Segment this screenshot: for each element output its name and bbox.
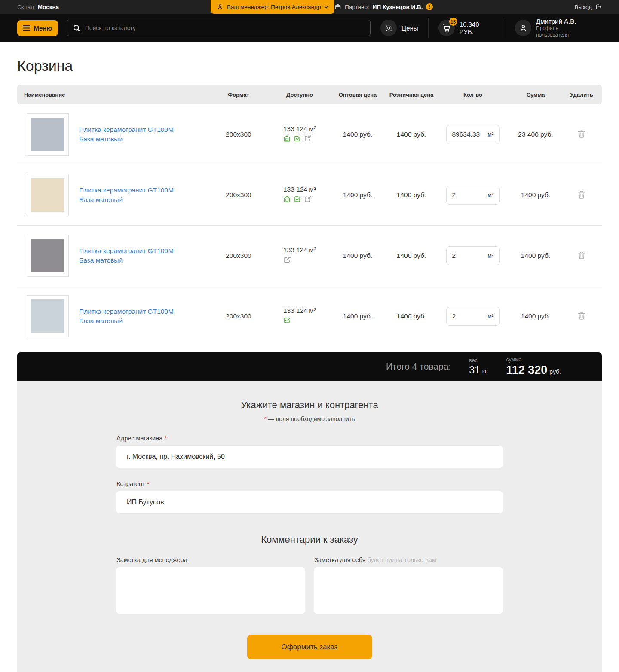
wholesale-price-cell: 1400 руб.	[328, 191, 387, 199]
col-header-delete: Удалить	[561, 92, 602, 98]
search-bar[interactable]	[67, 20, 371, 36]
address-input[interactable]	[116, 446, 503, 468]
product-image	[31, 118, 64, 151]
prices-button[interactable]: Цены	[371, 20, 428, 36]
user-name: Дмитрий А.В.	[536, 18, 592, 26]
product-link[interactable]: Плитка керамогранит GT100M База матовый	[79, 246, 189, 266]
briefcase-icon	[334, 3, 341, 10]
checkout-title: Укажите магазин и контрагента	[116, 400, 503, 411]
quantity-input-box[interactable]: м²	[446, 307, 500, 326]
quantity-input-box[interactable]: м²	[446, 186, 500, 205]
warehouse-availability-icon	[283, 195, 291, 203]
manager-note-label: Заметка для менеджера	[116, 556, 305, 563]
sum-cell: 1400 руб.	[510, 191, 561, 199]
required-asterisk: *	[264, 415, 266, 422]
profile-button[interactable]: Дмитрий А.В. Профиль пользователя	[505, 18, 602, 39]
weight-label: вес	[469, 358, 488, 363]
top-utility-bar: Склад: Москва Ваш менеджер: Петров Алекс…	[0, 0, 619, 14]
manager-button-label: Ваш менеджер: Петров Александр	[227, 4, 321, 10]
quantity-input[interactable]	[452, 312, 484, 320]
availability-cell: 133 124 м²	[283, 246, 316, 263]
format-cell: 200x300	[206, 312, 271, 320]
counterparty-required-asterisk: *	[147, 480, 150, 487]
retail-price-cell: 1400 руб.	[387, 131, 436, 138]
cart-icon	[442, 23, 451, 33]
quantity-input-box[interactable]: м²	[446, 125, 500, 144]
col-header-available: Доступно	[271, 92, 328, 98]
address-required-asterisk: *	[164, 435, 167, 442]
wholesale-price-cell: 1400 руб.	[328, 131, 387, 138]
self-note-hint: будет видна только вам	[368, 556, 436, 563]
trash-icon	[577, 129, 586, 139]
col-header-name: Наименование	[17, 92, 206, 98]
gear-icon	[384, 24, 393, 33]
product-link[interactable]: Плитка керамогранит GT100M База матовый	[79, 307, 189, 326]
cart-total: 16.340 РУБ.	[460, 21, 495, 35]
format-cell: 200x300	[206, 252, 271, 260]
summary-total-label: Итого 4 товара:	[386, 361, 451, 372]
cart-button[interactable]: 15 16.340 РУБ.	[429, 20, 505, 36]
cart-badge: 15	[449, 18, 457, 26]
quantity-input[interactable]	[452, 191, 484, 199]
transit-availability-icon	[304, 135, 311, 142]
counterparty-label: Котрагент *	[116, 480, 503, 487]
product-thumbnail	[27, 235, 69, 277]
format-cell: 200x300	[206, 191, 271, 199]
col-header-wholesale: Оптовая цена	[328, 92, 387, 98]
manager-note-textarea[interactable]	[116, 567, 305, 614]
user-icon-circle	[515, 20, 531, 36]
col-header-qty: Кол-во	[436, 92, 510, 98]
table-row: Плитка керамогранит GT100M База матовый …	[17, 165, 602, 226]
product-thumbnail	[27, 295, 69, 337]
quantity-input-box[interactable]: м²	[446, 246, 500, 265]
logout-button[interactable]: Выход	[575, 3, 602, 10]
menu-button[interactable]: Меню	[17, 20, 58, 36]
manager-note-group: Заметка для менеджера	[116, 556, 305, 615]
trash-icon	[577, 311, 586, 321]
counterparty-label-text: Котрагент	[116, 480, 145, 487]
submit-order-button[interactable]: Оформить заказ	[247, 635, 372, 659]
delete-button[interactable]	[576, 188, 588, 202]
sum-cell: 1400 руб.	[510, 252, 561, 260]
product-link[interactable]: Плитка керамогранит GT100M База матовый	[79, 125, 189, 144]
delete-button[interactable]	[576, 249, 588, 263]
available-amount: 133 124 м²	[283, 307, 316, 315]
sum-cell: 23 400 руб.	[510, 131, 561, 138]
logout-label: Выход	[575, 4, 592, 10]
cart-table-header: Наименование Формат Доступно Оптовая цен…	[17, 85, 602, 104]
search-icon	[73, 24, 81, 32]
available-amount: 133 124 м²	[283, 125, 316, 133]
available-amount: 133 124 м²	[283, 186, 316, 193]
product-image	[31, 178, 64, 212]
sum-unit: руб.	[549, 369, 561, 375]
required-note-text: — поля необходимо заполнить	[268, 415, 355, 422]
product-thumbnail	[27, 113, 69, 156]
address-label: Адрес магазина *	[116, 435, 503, 442]
quantity-unit: м²	[487, 192, 493, 199]
quantity-input[interactable]	[452, 252, 484, 260]
check-availability-icon	[283, 317, 291, 324]
product-thumbnail	[27, 174, 69, 216]
logout-icon	[595, 3, 602, 10]
self-note-textarea[interactable]	[314, 567, 503, 614]
warehouse-value[interactable]: Москва	[38, 4, 59, 10]
manager-dropdown-button[interactable]: Ваш менеджер: Петров Александр	[211, 0, 334, 14]
warehouse-availability-icon	[283, 135, 291, 142]
delete-button[interactable]	[576, 128, 588, 142]
weight-value: 31	[469, 365, 480, 375]
sum-cell: 1400 руб.	[510, 312, 561, 320]
delete-button[interactable]	[576, 309, 588, 324]
retail-price-cell: 1400 руб.	[387, 312, 436, 320]
table-row: Плитка керамогранит GT100M База матовый …	[17, 104, 602, 165]
counterparty-input[interactable]	[116, 491, 503, 513]
quantity-input[interactable]	[452, 131, 484, 138]
warning-icon[interactable]: !	[426, 3, 433, 10]
partner-info: Партнер: ИП Кузнецов И.В. !	[334, 0, 433, 14]
product-link[interactable]: Плитка керамогранит GT100M База матовый	[79, 186, 189, 205]
search-input[interactable]	[85, 24, 365, 31]
wholesale-price-cell: 1400 руб.	[328, 312, 387, 320]
chevron-down-icon	[324, 6, 328, 9]
check-availability-icon	[294, 195, 301, 203]
product-image	[31, 299, 64, 333]
page-title: Корзина	[17, 58, 602, 74]
